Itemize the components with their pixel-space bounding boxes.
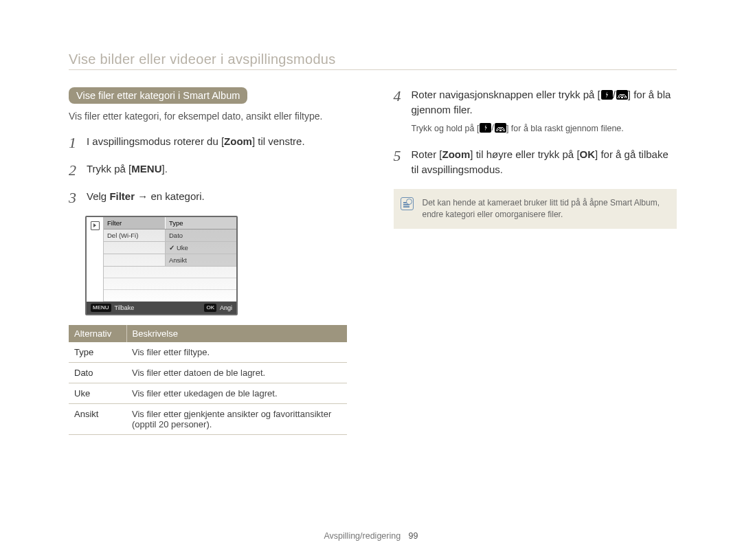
- table-row: AnsiktVis filer etter gjenkjente ansikte…: [69, 404, 347, 435]
- wifi-icon: [495, 123, 506, 133]
- options-table: Alternativ Beskrivelse TypeVis filer ett…: [69, 325, 347, 435]
- step-2: 2 Trykk på [MENU].: [69, 161, 352, 177]
- step-number: 4: [394, 85, 401, 107]
- table-row: DatoVis filer etter datoen de ble lagret…: [69, 363, 347, 383]
- section-subtext: Vis filer etter kategori, for eksempel d…: [69, 111, 352, 122]
- menu-option-selected: Uke: [166, 242, 236, 254]
- step-number: 3: [69, 187, 76, 209]
- page-footer: Avspilling/redigering 99: [0, 531, 742, 541]
- step-number: 1: [69, 132, 76, 154]
- step-bold: Zoom: [224, 135, 252, 147]
- note-text: Det kan hende at kameraet bruker litt ti…: [423, 198, 660, 219]
- playback-icon: [87, 217, 103, 234]
- back-label: Tilbake: [115, 304, 135, 311]
- step-text: I avspillingsmodus roterer du [: [87, 135, 224, 147]
- option-desc: Vis filer etter filtype.: [126, 342, 347, 363]
- step-text: Roter navigasjonsknappen eller trykk på …: [412, 89, 600, 100]
- footer-section: Avspilling/redigering: [324, 531, 401, 541]
- step-text: Velg: [87, 190, 109, 202]
- step-text: ] til høyre eller trykk på [: [470, 148, 579, 160]
- step-text: Trykk på [: [87, 163, 131, 175]
- flash-icon: [480, 123, 491, 133]
- menu-item: [104, 254, 166, 266]
- wifi-icon: [616, 90, 628, 100]
- option-desc: Vis filer etter datoen de ble lagret.: [126, 363, 347, 383]
- step-number: 2: [69, 159, 76, 181]
- menu-option: Ansikt: [166, 254, 236, 266]
- page-number: 99: [409, 531, 418, 541]
- ok-key-icon: OK: [204, 304, 216, 312]
- option-name: Ansikt: [69, 404, 126, 435]
- step-4: 4 Roter navigasjonsknappen eller trykk p…: [394, 87, 677, 135]
- menu-key-icon: MENU: [91, 304, 111, 312]
- divider: [69, 69, 677, 70]
- table-header: Alternativ: [69, 325, 126, 342]
- flash-icon: [601, 90, 613, 100]
- step-substep: ] for å bla raskt gjennom filene.: [506, 124, 624, 133]
- step-text: ] til venstre.: [252, 135, 305, 147]
- section-heading-pill: Vise filer etter kategori i Smart Album: [69, 87, 247, 104]
- menu-item: Del (Wi-Fi): [104, 229, 166, 241]
- menu-key: MENU: [131, 163, 161, 175]
- table-header: Beskrivelse: [126, 325, 347, 342]
- step-text: → en kategori.: [135, 190, 205, 202]
- step-text: Roter [: [412, 148, 442, 160]
- step-number: 5: [394, 145, 401, 167]
- step-substep: Trykk og hold på [: [412, 124, 480, 133]
- note-icon: [401, 197, 414, 210]
- option-name: Uke: [69, 383, 126, 404]
- option-desc: Vis filer etter gjenkjente ansikter og f…: [126, 404, 347, 435]
- ok-key: OK: [580, 148, 596, 160]
- step-3: 3 Velg Filter → en kategori.: [69, 189, 352, 204]
- table-row: UkeVis filer etter ukedagen de ble lagre…: [69, 383, 347, 404]
- page-header: Vise bilder eller videoer i avspillingsm…: [69, 52, 677, 67]
- ok-label: Angi: [220, 304, 232, 311]
- step-bold: Filter: [109, 190, 135, 202]
- option-name: Dato: [69, 363, 126, 383]
- menu-col-left: Filter: [104, 217, 166, 229]
- table-row: TypeVis filer etter filtype.: [69, 342, 347, 363]
- step-bold: Zoom: [442, 148, 471, 160]
- menu-option: Dato: [166, 229, 236, 241]
- menu-item: [104, 242, 166, 254]
- note-box: Det kan hende at kameraet bruker litt ti…: [394, 189, 677, 229]
- step-1: 1 I avspillingsmodus roterer du [Zoom] t…: [69, 134, 352, 149]
- option-name: Type: [69, 342, 126, 363]
- device-screenshot: Filter Type Del (Wi-Fi) Dato Uke: [85, 216, 238, 315]
- step-5: 5 Roter [Zoom] til høyre eller trykk på …: [394, 147, 677, 177]
- option-desc: Vis filer etter ukedagen de ble lagret.: [126, 383, 347, 404]
- menu-col-right: Type: [166, 217, 236, 229]
- step-text: ].: [161, 163, 167, 175]
